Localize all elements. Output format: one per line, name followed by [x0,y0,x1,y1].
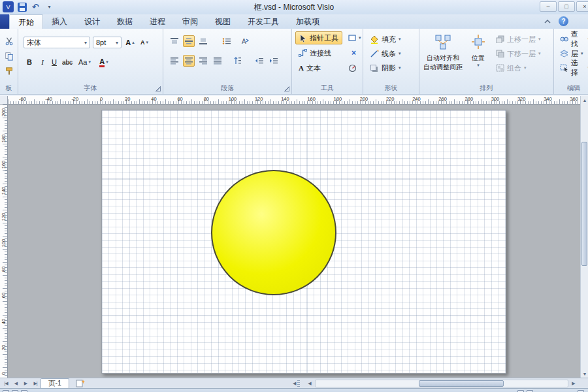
text-tool-button[interactable]: A 文本 [295,61,324,74]
underline-button[interactable]: U [48,56,60,68]
connection-point-tool-button[interactable]: × [348,46,359,59]
align-left-button[interactable] [169,55,180,67]
drawing-canvas[interactable] [8,105,580,378]
bold-button[interactable]: B [24,56,35,68]
italic-button[interactable]: I [37,56,48,68]
send-backward-dropdown-icon: ▾ [538,51,541,56]
help-icon[interactable]: ? [559,16,568,26]
drawing-page[interactable] [101,110,506,374]
file-tab[interactable] [0,14,9,29]
align-middle-button[interactable] [183,35,195,47]
scroll-left-arrow[interactable]: ◀ [306,380,314,387]
font-name-combo[interactable]: 宋体 [24,37,90,48]
ruler-number: 40 [151,96,156,102]
tab-设计[interactable]: 设计 [76,14,108,29]
ruler-number: 220 [386,96,395,102]
tab-审阅[interactable]: 审阅 [174,14,206,29]
font-color-button[interactable]: A▾ [98,56,110,68]
tabbar-scrollbar-splitter[interactable]: ◀ [293,380,304,387]
freeform-tool-button[interactable] [347,61,358,74]
first-page-button[interactable]: |◀ [1,380,10,387]
rectangle-tool-button[interactable]: ▾ [347,31,363,44]
send-backward-icon [496,50,504,57]
fill-button[interactable]: 填充 ▾ [367,33,404,46]
scroll-up-arrow[interactable]: ▲ [581,96,588,104]
horizontal-scroll-thumb[interactable] [419,380,504,387]
ruler-number: 200 [360,96,368,102]
position-button[interactable]: 位置 ▾ [466,30,490,80]
increase-indent-button[interactable] [268,55,280,67]
send-backward-button[interactable]: 下移一层 ▾ [493,47,544,60]
rectangle-icon [348,35,356,41]
last-page-button[interactable]: ▶| [31,380,40,387]
scroll-right-arrow[interactable]: ▶ [570,380,578,387]
vertical-scroll-thumb[interactable] [581,142,587,266]
pointer-icon [299,34,307,42]
ruler-number: 140 [0,184,8,197]
tab-开始[interactable]: 开始 [9,14,43,29]
align-middle-icon [184,37,193,45]
close-button[interactable]: × [576,1,588,12]
minimize-ribbon-icon[interactable] [543,17,552,26]
tab-数据[interactable]: 数据 [108,14,141,29]
tab-插入[interactable]: 插入 [43,14,76,29]
page-tab-active[interactable]: 页-1 [41,378,69,388]
position-label: 位置 [472,54,485,63]
group-label-tools: 工具 [292,84,363,93]
align-top-button[interactable] [169,35,180,47]
select-button[interactable]: 选择 ▾ [557,61,588,74]
ruler-number: 240 [412,96,421,102]
tab-加载项[interactable]: 加载项 [287,14,328,29]
scroll-down-arrow[interactable]: ▼ [581,370,588,378]
find-label: 查找 [571,29,585,49]
bullets-button[interactable] [221,35,233,47]
line-button[interactable]: 线条 ▾ [367,47,404,60]
maximize-button[interactable]: □ [558,1,575,12]
font-size-value: 8pt [96,39,106,46]
minimize-button[interactable]: – [540,1,557,12]
insert-page-button[interactable] [76,379,85,387]
font-size-combo[interactable]: 8pt [93,37,122,48]
group-button[interactable]: 组合 ▾ [493,61,530,74]
format-painter-button[interactable] [3,65,15,77]
position-dropdown-icon: ▾ [477,63,480,68]
decrease-indent-button[interactable] [253,55,265,67]
tab-开发工具[interactable]: 开发工具 [239,14,287,29]
align-bottom-button[interactable] [197,35,209,47]
tab-视图[interactable]: 视图 [206,14,239,29]
cut-button[interactable] [3,35,15,47]
title-bar: V ↶ ▾ 框.vsd - Microsoft Visio – □ × [0,0,588,14]
align-center-button[interactable] [183,55,195,67]
grow-font-button[interactable]: A▴ [124,37,136,48]
text-direction-button[interactable]: A [239,35,251,47]
connector-tool-button[interactable]: 连接线 [295,46,335,59]
shrink-font-button[interactable]: A▾ [139,37,150,48]
ruler-number: 0 [0,367,8,378]
change-case-button[interactable]: Aa▾ [78,56,91,68]
shadow-dropdown-icon: ▾ [399,65,401,71]
shadow-label: 阴影 [382,63,396,73]
bring-forward-button[interactable]: 上移一层 ▾ [493,33,544,46]
tab-进程[interactable]: 进程 [141,14,174,29]
next-page-button[interactable]: ▶ [21,380,30,387]
horizontal-scrollbar[interactable] [315,380,568,387]
group-font: 宋体 8pt A▴ A▾ B I U abc Aa▾ A▾ 字体 [18,29,163,94]
align-right-button[interactable] [197,55,209,67]
ruler-number: 0 [100,96,103,102]
find-button[interactable]: 查找 ▾ [557,33,588,46]
shadow-button[interactable]: 阴影 ▾ [367,61,404,74]
line-spacing-button[interactable] [231,55,243,67]
auto-align-button[interactable]: 自动对齐和 自动调整间距 [422,30,464,80]
prev-page-button[interactable]: ◀ [11,380,20,387]
circle-shape[interactable] [211,170,336,295]
connector-icon [299,49,307,57]
ruler-number: -40 [45,96,52,102]
vertical-scrollbar[interactable]: ▲ ▼ [580,96,588,378]
justify-button[interactable] [212,55,223,67]
strikethrough-button[interactable]: abc [61,56,73,68]
pointer-tool-button[interactable]: 指针工具 [295,31,342,44]
group-icon [496,64,504,72]
layers-dropdown-icon: ▾ [581,51,583,56]
change-case-label: Aa [78,58,87,66]
copy-button[interactable] [3,50,15,62]
